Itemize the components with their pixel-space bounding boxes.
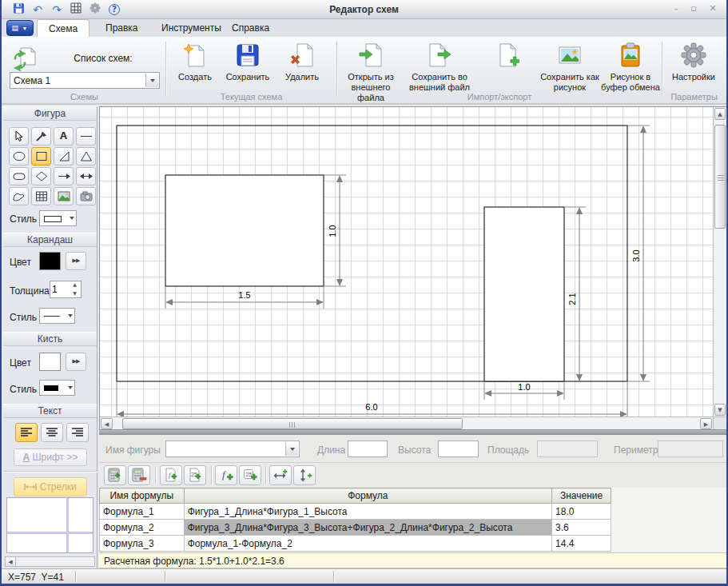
svg-text:2.1: 2.1	[567, 293, 577, 305]
shape-rectangle-2[interactable]	[165, 175, 324, 286]
header-formula[interactable]: Формула	[184, 488, 551, 504]
brush-color-swatch[interactable]	[39, 353, 61, 371]
tool-camera[interactable]	[76, 187, 96, 205]
figure-name-select-arrow[interactable]	[285, 442, 298, 456]
scheme-select[interactable]: Схема 1	[10, 72, 160, 89]
maximize-button[interactable]: ▫	[686, 3, 701, 14]
tool-rectangle[interactable]	[31, 147, 51, 165]
tool-text[interactable]: A	[54, 127, 74, 146]
scroll-up-icon[interactable]: ▲	[714, 108, 726, 120]
save-as-picture-button[interactable]: Сохранить как рисунок	[540, 40, 599, 93]
height-input[interactable]	[438, 440, 479, 457]
tab-edit[interactable]: Правка	[94, 19, 149, 37]
tool-arrow[interactable]	[54, 167, 74, 185]
dimension-outer-width: 6.0	[117, 402, 627, 417]
tool-diamond[interactable]	[31, 167, 51, 185]
picture-to-clipboard-button[interactable]: Рисунок в буфер обмена	[601, 40, 660, 93]
pencil-thickness-stepper[interactable]: ▲ ▼	[50, 281, 82, 298]
create-scheme-button[interactable]: Создать	[171, 40, 219, 93]
header-formula-name[interactable]: Имя формулы	[100, 488, 185, 504]
scheme-select-arrow[interactable]	[145, 74, 158, 87]
tool-rounded-rectangle[interactable]	[9, 167, 29, 185]
insert-value-page-button[interactable]: 25	[184, 465, 206, 485]
brush-color-label: Цвет	[10, 357, 31, 369]
formula-toolbar: f 25 f 25	[99, 463, 728, 488]
pencil-color-swatch[interactable]	[39, 252, 61, 270]
align-right-button[interactable]	[66, 423, 89, 442]
add-to-list-button[interactable]	[476, 40, 539, 93]
close-button[interactable]: ✕	[706, 3, 720, 14]
left-tool-panel: Фигура A Стиль Карандаш Цвет ▶▶ Толщина …	[3, 106, 97, 568]
drawing-surface[interactable]: 1.5 1.0 2.1 1.0	[100, 107, 713, 417]
stepper-down-icon[interactable]: ▼	[70, 290, 80, 297]
tool-line[interactable]	[76, 127, 96, 146]
status-separator	[165, 571, 165, 583]
scroll-left-icon[interactable]: ◀	[101, 418, 113, 429]
tool-table[interactable]	[31, 187, 51, 205]
delete-scheme-button[interactable]: Удалить	[278, 40, 326, 93]
open-external-button[interactable]: Открыть из внешнего файла	[339, 40, 403, 93]
formula-row-1[interactable]: Формула_1 Фигура_1_Длина*Фигура_1_Высота…	[100, 504, 611, 520]
settings-button[interactable]: Настройки	[666, 40, 722, 93]
save-external-button[interactable]: Сохранить во внешний файл	[406, 40, 473, 93]
tab-help[interactable]: Справка	[221, 19, 280, 37]
toolbar-separator	[211, 466, 212, 484]
picture-icon	[540, 42, 599, 70]
scroll-left-icon[interactable]: ◀	[6, 557, 16, 566]
tool-image[interactable]	[54, 187, 74, 205]
export-file-icon	[406, 42, 473, 70]
dimension-rect2-width: 1.0	[484, 382, 564, 397]
tool-dropper[interactable]	[31, 127, 51, 146]
insert-height-button[interactable]	[293, 465, 316, 485]
length-input[interactable]	[348, 440, 388, 457]
scroll-down-icon[interactable]: ▼	[714, 404, 726, 416]
tool-triangle[interactable]	[76, 147, 96, 165]
tool-double-arrow[interactable]	[76, 167, 96, 185]
shape-rectangle-3[interactable]	[484, 207, 564, 381]
formula-table-area: Имя формулы Формула Значение Формула_1 Ф…	[99, 488, 728, 552]
pencil-style-label: Стиль	[10, 312, 37, 323]
align-left-button[interactable]	[15, 423, 38, 442]
settings-gear-icon	[666, 42, 722, 70]
horizontal-scrollbar-thumb[interactable]	[122, 418, 463, 429]
font-button[interactable]: A Шрифт >>	[14, 448, 87, 466]
vertical-scrollbar-thumb[interactable]	[714, 125, 726, 229]
shape-style-select[interactable]	[39, 210, 77, 226]
insert-length-button[interactable]	[269, 465, 292, 485]
canvas-minimap[interactable]	[6, 497, 93, 553]
insert-number-button[interactable]: 25	[239, 465, 261, 485]
formula-row-2[interactable]: Формула_2 Фигура_3_Длина*Фигура_3_Высота…	[100, 520, 611, 536]
stepper-up-icon[interactable]: ▲	[70, 281, 80, 289]
dimension-rect1-width: 1.5	[165, 290, 324, 305]
dimension-outer-height: 3.0	[631, 126, 646, 381]
panel-scrollbar[interactable]: ◀	[5, 556, 95, 567]
brush-color-more-button[interactable]: ▶▶	[66, 353, 86, 371]
horizontal-scrollbar[interactable]: ◀ ▶	[100, 417, 713, 429]
pencil-color-label: Цвет	[10, 257, 31, 268]
scroll-right-icon[interactable]: ▶	[700, 418, 712, 429]
add-formula-button[interactable]	[104, 465, 126, 485]
arrows-button[interactable]: Стрелки	[14, 477, 87, 496]
vertical-scrollbar[interactable]: ▲ ▼	[713, 107, 726, 417]
section-header-shape: Фигура	[3, 106, 97, 121]
tool-pointer[interactable]	[9, 127, 29, 146]
insert-function-button[interactable]: f	[215, 465, 237, 485]
formula-row-3[interactable]: Формула_3 Формула_1-Формула_2 14.4	[100, 536, 611, 552]
pencil-thickness-input[interactable]	[52, 283, 70, 296]
tool-right-triangle[interactable]	[54, 147, 74, 165]
figure-name-select[interactable]	[165, 440, 300, 457]
status-separator	[333, 571, 334, 583]
save-scheme-button[interactable]: Сохранить	[221, 40, 275, 93]
header-value[interactable]: Значение	[552, 488, 611, 504]
minimize-button[interactable]: –	[669, 3, 683, 14]
brush-style-select[interactable]	[39, 380, 75, 396]
pencil-style-select[interactable]	[39, 308, 75, 324]
app-menu-button[interactable]: ▤ ▼	[6, 20, 34, 36]
insert-formula-page-button[interactable]: f	[160, 465, 182, 485]
pencil-color-more-button[interactable]: ▶▶	[66, 252, 86, 270]
tool-freeform[interactable]	[9, 187, 29, 205]
align-center-button[interactable]	[41, 423, 63, 442]
tab-scheme[interactable]: Схема	[37, 19, 90, 37]
tool-ellipse[interactable]	[9, 147, 29, 165]
remove-formula-button[interactable]	[128, 465, 150, 485]
